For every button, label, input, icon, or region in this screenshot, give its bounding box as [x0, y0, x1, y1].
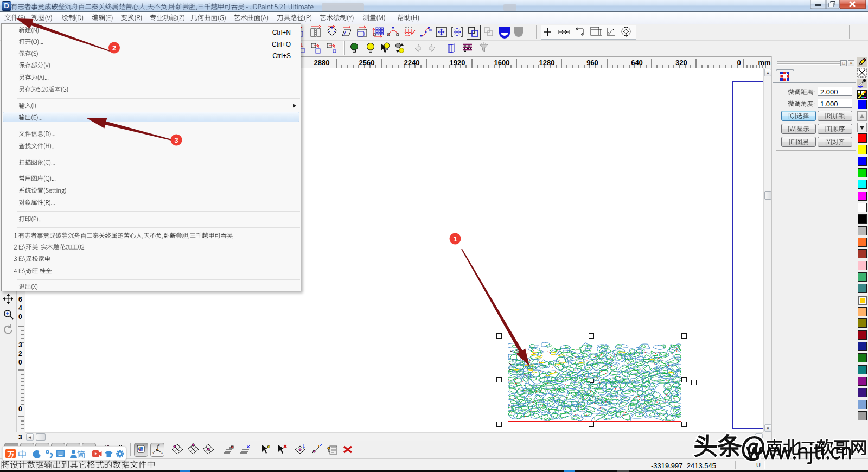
svg-text:x: x — [161, 451, 163, 454]
svg-text:z: z — [158, 443, 160, 447]
svg-text:y: y — [152, 451, 154, 454]
